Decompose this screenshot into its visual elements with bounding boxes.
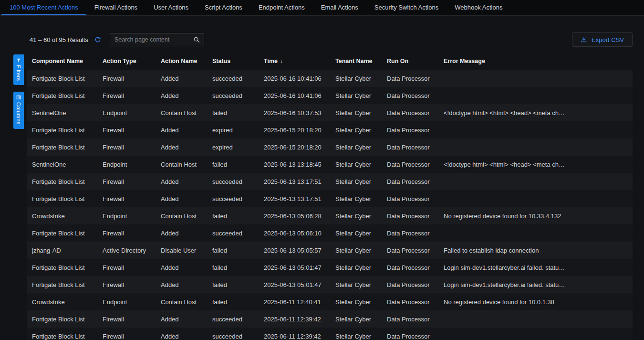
actions-table: Component NameAction TypeAction NameStat… — [27, 53, 633, 340]
table-cell: Stellar Cyber — [330, 212, 382, 220]
table-row[interactable]: CrowdstrikeEndpointContain Hostfailed202… — [27, 207, 633, 224]
export-csv-button[interactable]: Export CSV — [572, 32, 633, 47]
table-row[interactable]: CrowdstrikeEndpointContain Hostfailed202… — [27, 293, 633, 310]
refresh-button[interactable] — [93, 35, 102, 44]
table-cell: succeeded — [207, 230, 259, 237]
table-row[interactable]: Fortigate Block ListFirewallAddedexpired… — [27, 138, 633, 156]
table-cell: Added — [156, 178, 207, 185]
table-row[interactable]: Fortigate Block ListFirewallAddedsucceed… — [27, 224, 633, 242]
table-cell: Added — [156, 92, 207, 99]
table-cell: Endpoint — [97, 161, 156, 168]
table-cell: failed — [207, 298, 259, 306]
table-row[interactable]: Fortigate Block ListFirewallAddedsucceed… — [27, 70, 633, 87]
filter-icon — [16, 58, 21, 63]
table-row[interactable]: Fortigate Block ListFirewallAddedfailed2… — [27, 259, 633, 276]
columns-panel-tab[interactable]: Columns — [13, 92, 24, 129]
table-cell: Failed to establish ldap connection — [438, 247, 633, 254]
refresh-icon — [94, 36, 101, 43]
table-cell: Disable User — [156, 247, 207, 254]
table-cell: Data Processor — [382, 212, 438, 220]
table-cell: Endpoint — [97, 109, 156, 117]
column-header-action-name[interactable]: Action Name — [156, 58, 207, 64]
table-cell: Fortigate Block List — [27, 75, 97, 82]
table-cell: <!doctype html> <html> <head> <meta ch… — [438, 161, 633, 168]
table-row[interactable]: SentinelOneEndpointContain Hostfailed202… — [27, 104, 633, 121]
table-cell: 2025-06-11 12:40:41 — [259, 298, 330, 306]
table-cell: 2025-06-15 20:18:20 — [259, 127, 330, 134]
download-icon — [581, 36, 587, 43]
table-cell: Firewall — [97, 144, 156, 151]
table-cell: 2025-06-13 05:01:47 — [259, 264, 330, 271]
search-box — [110, 33, 204, 46]
table-cell: Fortigate Block List — [27, 333, 97, 340]
table-cell: Contain Host — [156, 298, 207, 306]
column-header-status[interactable]: Status — [207, 58, 259, 64]
tab-security-switch-actions[interactable]: Security Switch Actions — [366, 0, 447, 15]
table-cell: Fortigate Block List — [27, 316, 97, 323]
filters-panel-tab[interactable]: Filters — [13, 54, 24, 85]
table-cell: Data Processor — [382, 127, 438, 134]
table-cell: failed — [207, 264, 259, 271]
table-cell: succeeded — [207, 195, 259, 202]
table-cell: Contain Host — [156, 109, 207, 117]
table-cell: 2025-06-13 13:18:45 — [259, 161, 330, 168]
table-row[interactable]: Fortigate Block ListFirewallAddedsucceed… — [27, 328, 633, 340]
table-cell: Data Processor — [382, 281, 438, 288]
table-cell: Stellar Cyber — [330, 161, 382, 168]
table-row[interactable]: Fortigate Block ListFirewallAddedsucceed… — [27, 173, 633, 190]
tab-100-most-recent-actions[interactable]: 100 Most Recent Actions — [1, 0, 86, 15]
search-input[interactable] — [114, 36, 193, 43]
table-cell: Stellar Cyber — [330, 316, 382, 323]
table-row[interactable]: SentinelOneEndpointContain Hostfailed202… — [27, 156, 633, 173]
tab-user-actions[interactable]: User Actions — [145, 0, 197, 15]
tab-endpoint-actions[interactable]: Endpoint Actions — [250, 0, 313, 15]
table-cell: Firewall — [97, 333, 156, 340]
table-cell: Firewall — [97, 92, 156, 99]
table-cell: Added — [156, 316, 207, 323]
tab-script-actions[interactable]: Script Actions — [197, 0, 250, 15]
table-cell: 2025-06-11 12:39:42 — [259, 316, 330, 323]
column-header-component-name[interactable]: Component Name — [27, 58, 97, 64]
table-cell: Endpoint — [97, 298, 156, 306]
table-row[interactable]: Fortigate Block ListFirewallAddedsucceed… — [27, 190, 633, 207]
table-cell: failed — [207, 161, 259, 168]
tab-firewall-actions[interactable]: Firewall Actions — [86, 0, 145, 15]
table-cell: 2025-06-16 10:37:53 — [259, 109, 330, 117]
table-cell: Data Processor — [382, 316, 438, 323]
column-header-tenant-name[interactable]: Tenant Name — [330, 58, 382, 64]
table-cell: Fortigate Block List — [27, 281, 97, 288]
table-row[interactable]: Fortigate Block ListFirewallAddedsucceed… — [27, 310, 633, 328]
tab-webhook-actions[interactable]: Webhook Actions — [447, 0, 510, 15]
table-cell: succeeded — [207, 92, 259, 99]
table-row[interactable]: Fortigate Block ListFirewallAddedfailed2… — [27, 276, 633, 293]
table-cell: Crowdstrike — [27, 212, 97, 220]
table-cell: Stellar Cyber — [330, 333, 382, 340]
table-cell: Fortigate Block List — [27, 195, 97, 202]
table-cell: Data Processor — [382, 144, 438, 151]
table-cell: failed — [207, 109, 259, 117]
table-cell: 2025-06-15 20:18:20 — [259, 144, 330, 151]
table-cell: expired — [207, 127, 259, 134]
table-cell: Stellar Cyber — [330, 178, 382, 185]
table-row[interactable]: Fortigate Block ListFirewallAddedsucceed… — [27, 87, 633, 104]
table-cell: Login sim-dev1.stellarcyber.ai failed. s… — [438, 281, 633, 288]
table-cell: Added — [156, 264, 207, 271]
table-cell: succeeded — [207, 316, 259, 323]
table-row[interactable]: Fortigate Block ListFirewallAddedexpired… — [27, 121, 633, 138]
table-cell: Firewall — [97, 281, 156, 288]
table-cell: Fortigate Block List — [27, 230, 97, 237]
column-header-action-type[interactable]: Action Type — [97, 58, 156, 64]
column-header-error-message[interactable]: Error Message — [438, 58, 633, 64]
table-cell: Added — [156, 281, 207, 288]
table-cell: Added — [156, 333, 207, 340]
table-row[interactable]: jzhang-ADActive DirectoryDisable Userfai… — [27, 242, 633, 259]
table-cell: 2025-06-13 05:06:10 — [259, 230, 330, 237]
table-cell: Stellar Cyber — [330, 144, 382, 151]
table-cell: Fortigate Block List — [27, 92, 97, 99]
search-icon[interactable] — [193, 36, 200, 43]
column-header-time[interactable]: Time↓ — [259, 58, 330, 64]
table-cell: Stellar Cyber — [330, 92, 382, 99]
table-cell: Data Processor — [382, 195, 438, 202]
tab-email-actions[interactable]: Email Actions — [313, 0, 366, 15]
column-header-run-on[interactable]: Run On — [382, 58, 438, 64]
